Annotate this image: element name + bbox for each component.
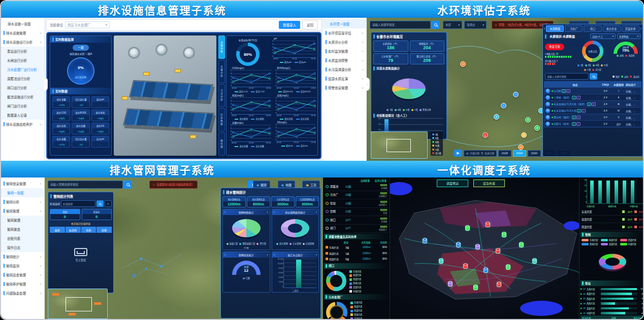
tank-row[interactable]: 东南片区3座1000m³30% xyxy=(324,244,389,251)
table-row[interactable]: 1山河桥自人2.4Ⅰ总磷、... xyxy=(544,87,641,94)
sidebar-item-pipe-manage[interactable]: 管网管理 xyxy=(1,216,44,225)
facility-marker[interactable] xyxy=(532,259,537,264)
facility-marker[interactable] xyxy=(473,285,478,290)
mode-select[interactable]: 自动+人工▾ xyxy=(590,33,616,39)
sidebar-item-facility-analysis[interactable]: 排水设施运行分析∧ xyxy=(1,38,44,47)
table-row[interactable]: 2三排桥（省控）自人2.4Ⅱ总磷、... xyxy=(544,94,641,100)
table-row[interactable]: 4长吉北线拉马河大桥自人2.4Ⅳ总磷、... xyxy=(544,107,641,114)
station-marker[interactable]: Ⅱ xyxy=(494,114,499,120)
tabs-right-arrow[interactable]: › xyxy=(640,27,641,30)
station-marker[interactable]: Ⅲ xyxy=(534,125,540,131)
facility-row[interactable]: 污水厂13座6335处理能力 xyxy=(324,191,389,200)
sidebar-item-gate-analysis[interactable]: 闸门运行分析 xyxy=(1,101,44,111)
sidebar-item-pipe-info[interactable]: 管网信息管理∧ xyxy=(1,179,44,188)
facility-marker[interactable] xyxy=(423,238,427,243)
facility-marker[interactable] xyxy=(484,268,488,273)
sidebar-item-warning[interactable]: 水质监测预警∨ xyxy=(323,56,366,65)
facility-row[interactable]: 排口13个6335总规模 xyxy=(324,216,389,225)
sidebar-item-wwtp-analysis[interactable]: 污水处理厂运行分析 xyxy=(1,65,44,74)
sidebar-item-pipe-stats[interactable]: 管网统计∨ xyxy=(1,252,44,261)
sidebar-item-alert-mgmt[interactable]: 预警信息管理∨ xyxy=(323,83,366,92)
sidebar-item-env-map[interactable]: 水环境一张图 xyxy=(323,19,366,28)
sidebar-item-pipe-mgmt[interactable]: 管网管理∧ xyxy=(1,206,44,216)
sidebar-item-pipe-monitor[interactable]: 管网监测∨ xyxy=(1,261,44,270)
facility-marker[interactable] xyxy=(506,265,510,270)
dispatch-rehearsal-button[interactable]: 调度预演 xyxy=(437,180,468,187)
unit-select[interactable]: 西区污水处理厂▾ xyxy=(65,21,110,28)
facility-marker[interactable] xyxy=(463,264,468,269)
tab-wwtp[interactable]: 污水厂 xyxy=(565,25,583,32)
facility-row[interactable]: 调蓄池13座6335总规模 xyxy=(324,183,389,191)
emergency-button[interactable]: 应急处置 xyxy=(473,180,505,187)
section-select[interactable]: 全部断面▾ xyxy=(617,33,640,39)
region-input[interactable]: 区域选择 xyxy=(61,200,95,207)
pipe-count-tab[interactable]: 管网0 xyxy=(50,209,80,220)
plant-3d-view[interactable] xyxy=(114,35,216,156)
year-2019[interactable]: 2019 xyxy=(513,150,526,157)
tab-water-quality[interactable]: 水质分析 xyxy=(218,35,225,59)
tab-section[interactable]: 水质断面 xyxy=(546,25,564,32)
tab-outfall[interactable]: 排口 xyxy=(584,25,601,32)
station-search-button[interactable] xyxy=(590,73,597,80)
facility-marker[interactable] xyxy=(497,282,501,287)
alarm-row[interactable]: 东南片区10个5个 xyxy=(581,208,644,216)
table-row[interactable]: 5靠山村（省控）自人2.4Ⅴ总磷、... xyxy=(544,114,641,120)
q3-map[interactable]: 请输入管网关键字搜索 ⚠近期存在1处雨污错接的情况！ 数据预览 ◆图层 ◉地图 … xyxy=(45,177,323,320)
sidebar-item-quality-eval[interactable]: 水质评价分析∨ xyxy=(323,38,366,47)
pipe-mini-map[interactable] xyxy=(48,289,108,319)
sidebar-item-pipe-survey[interactable]: 管网普查 xyxy=(1,225,44,234)
sidebar-item-op-log[interactable]: 操作日志 xyxy=(1,243,44,252)
sidebar-item-monitoring[interactable]: 实时监测管理∨ xyxy=(323,47,366,56)
station-marker[interactable]: Ⅰ xyxy=(513,92,519,97)
map-search-input[interactable]: 请输入关键字搜索 xyxy=(370,21,431,29)
facility-marker[interactable] xyxy=(486,222,490,227)
facility-marker[interactable] xyxy=(456,242,461,247)
tab-schematic[interactable]: 概化图 xyxy=(218,132,225,156)
pollution-badge[interactable]: 重度污染 xyxy=(545,44,564,50)
facility-marker[interactable] xyxy=(502,232,506,237)
alarm-row[interactable]: 南部片区10个5个 xyxy=(581,216,644,223)
facility-row[interactable]: 闸门13个6335调度能力 xyxy=(324,225,389,233)
station-marker[interactable]: Ⅴ xyxy=(460,61,466,67)
sidebar-item-pump-analysis[interactable]: 泵站运行分析 xyxy=(1,47,44,56)
sidebar-item-facility-mgmt[interactable]: 排水设施管理∨ xyxy=(1,28,44,38)
sidebar-item-inspection[interactable]: 排水设施巡检养护∨ xyxy=(1,120,44,129)
overview-mini-map[interactable] xyxy=(371,131,428,159)
tab-sludge[interactable]: 污泥分析 xyxy=(218,84,225,108)
station-search-input[interactable]: 请输入关键字搜索 xyxy=(545,73,589,80)
tab-history[interactable]: 历史数据 xyxy=(218,108,225,131)
quality-filter-select[interactable]: 水质▾ xyxy=(443,21,462,29)
station-marker[interactable]: Ⅰ xyxy=(501,103,506,109)
legend-pager[interactable]: 1/4 ▶ xyxy=(244,246,249,249)
facility-marker[interactable] xyxy=(448,281,453,287)
sidebar-item-capacity[interactable]: 水环境容量评估∨ xyxy=(323,28,366,38)
region-search-button[interactable] xyxy=(96,200,104,207)
sidebar-item-pipe-map[interactable]: 管网一张图 xyxy=(1,188,44,197)
sidebar-item-sluice-analysis[interactable]: 水闸运行分析 xyxy=(1,56,44,65)
sidebar-item-tracing[interactable]: 水污染溯源分析∨ xyxy=(323,65,366,74)
facility-row[interactable]: 泵站13座6335抽排能力 xyxy=(324,199,389,208)
tab-water-volume[interactable]: 水量分析 xyxy=(218,60,225,83)
sidebar-item-remote-sensing[interactable]: 遥感水质反演∨ xyxy=(323,74,366,83)
table-row[interactable]: 6刘阳屯（国考）自人2.4劣Ⅴ总磷、... xyxy=(544,120,641,127)
phase-button[interactable]: 一期 xyxy=(73,45,88,51)
q2-map[interactable]: 请输入关键字搜索 水质▾ 监测点▾ ⚠预警：7站为劣Ⅴ类，8站为Ⅴ类，请处理！ … xyxy=(367,18,644,161)
year-2018[interactable]: 2018 xyxy=(498,150,511,157)
year-2020[interactable]: 2020 xyxy=(528,150,541,157)
tabs-left-arrow[interactable]: ‹ xyxy=(544,27,545,30)
station-filter-select[interactable]: 监测点▾ xyxy=(464,21,487,29)
sidebar-item-pipe-maintain[interactable]: 管网养护管理∨ xyxy=(1,279,44,289)
back-button[interactable]: 返回 xyxy=(302,20,318,29)
facility-marker[interactable] xyxy=(496,248,500,254)
alarm-row[interactable]: 西部片区10个5个 xyxy=(581,223,644,231)
reset-button[interactable]: ↻ xyxy=(105,200,112,207)
sidebar-item-pipe-analysis[interactable]: 管网分析∨ xyxy=(1,197,44,206)
tank-row[interactable]: 西部片区5座1000m³30% xyxy=(324,256,389,262)
table-row[interactable]: 3长吉高速拉马河大桥（国考）自人2.4Ⅲ总磷、... xyxy=(544,100,641,107)
pipe-search-input[interactable]: 请输入管网关键字搜索 xyxy=(48,181,123,189)
sidebar-item-issue-handle[interactable]: 问题隐患处理∨ xyxy=(1,289,44,298)
tab-black-odor[interactable]: 黑臭水体 xyxy=(622,25,639,32)
sidebar-item-outfall-analysis[interactable]: 排口运行分析 xyxy=(1,83,44,92)
sidebar-item-pipe-patrol[interactable]: 管网巡查管理∨ xyxy=(1,270,44,279)
mixed-connection-alert[interactable]: ⚠近期存在1处雨污错接的情况！ xyxy=(149,181,198,189)
